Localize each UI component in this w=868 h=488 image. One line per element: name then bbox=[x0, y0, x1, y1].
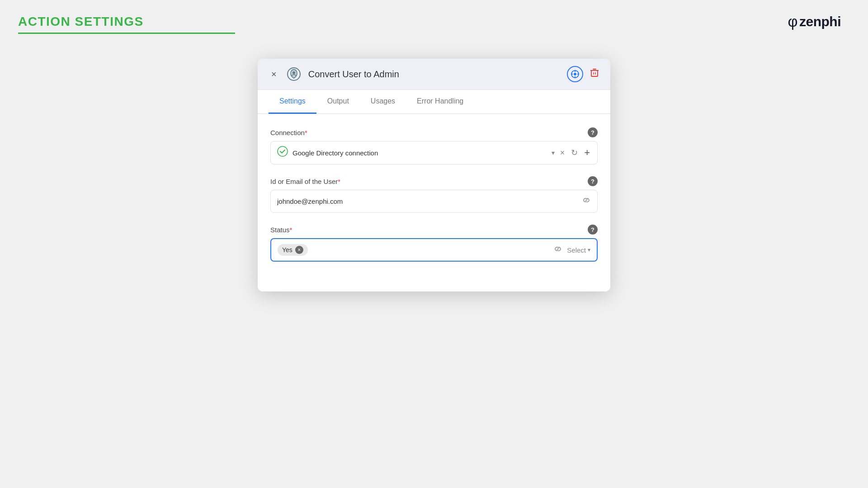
status-link-icon[interactable] bbox=[553, 244, 562, 256]
status-label-row: Status* ? bbox=[270, 225, 598, 235]
connection-refresh-button[interactable]: ↻ bbox=[570, 147, 579, 159]
status-select-chevron-icon: ▾ bbox=[588, 247, 590, 253]
connection-required-marker: * bbox=[305, 129, 307, 136]
modal-title: Convert User to Admin bbox=[308, 69, 561, 80]
connection-label-row: Connection* ? bbox=[270, 127, 598, 137]
page-title-underline bbox=[18, 33, 235, 34]
connection-clear-button[interactable]: × bbox=[559, 147, 566, 159]
connection-input-field: Google Directory connection ▾ × ↻ + bbox=[270, 141, 598, 164]
connection-add-button[interactable]: + bbox=[583, 146, 591, 160]
svg-point-3 bbox=[574, 73, 576, 75]
tab-usages[interactable]: Usages bbox=[360, 90, 406, 114]
svg-point-1 bbox=[292, 71, 295, 74]
tab-settings[interactable]: Settings bbox=[269, 90, 316, 114]
id-email-required-marker: * bbox=[338, 178, 340, 185]
status-tag-value: Yes bbox=[282, 246, 292, 253]
connection-status-icon bbox=[277, 146, 288, 160]
id-email-help-icon[interactable]: ? bbox=[588, 176, 598, 186]
status-label: Status* bbox=[270, 226, 292, 234]
modal-body: Connection* ? Google Directory connectio… bbox=[258, 114, 610, 291]
id-email-label-row: Id or Email of the User* ? bbox=[270, 176, 598, 186]
modal-close-button[interactable]: × bbox=[269, 68, 279, 80]
id-email-field-group: Id or Email of the User* ? bbox=[270, 176, 598, 213]
modal-action-icon bbox=[286, 66, 302, 82]
connection-help-icon[interactable]: ? bbox=[588, 127, 598, 137]
id-email-label: Id or Email of the User* bbox=[270, 178, 340, 185]
logo-phi-icon: φ bbox=[788, 13, 797, 30]
connection-field-group: Connection* ? Google Directory connectio… bbox=[270, 127, 598, 164]
status-input-field: Yes × Select ▾ bbox=[270, 238, 598, 262]
status-required-marker: * bbox=[290, 226, 292, 234]
status-select-label: Select bbox=[567, 246, 586, 254]
status-actions: Select ▾ bbox=[553, 244, 590, 256]
status-yes-tag: Yes × bbox=[278, 244, 308, 256]
id-email-input-field bbox=[270, 190, 598, 213]
svg-rect-8 bbox=[591, 70, 598, 76]
id-email-input[interactable] bbox=[277, 197, 582, 205]
modal-target-button[interactable] bbox=[567, 66, 583, 82]
status-select-button[interactable]: Select ▾ bbox=[567, 246, 590, 254]
page-title: ACTION SETTINGS bbox=[18, 14, 144, 29]
status-field-group: Status* ? Yes × bbox=[270, 225, 598, 262]
tab-output[interactable]: Output bbox=[316, 90, 360, 114]
svg-point-13 bbox=[278, 146, 288, 156]
modal-panel: × Convert User to Admin bbox=[258, 59, 610, 291]
status-tags-container: Yes × bbox=[278, 244, 553, 256]
modal-delete-button[interactable] bbox=[590, 68, 599, 80]
status-help-icon[interactable]: ? bbox=[588, 225, 598, 235]
id-email-link-icon[interactable] bbox=[582, 196, 591, 207]
modal-tabs: Settings Output Usages Error Handling bbox=[258, 90, 610, 114]
modal-header: × Convert User to Admin bbox=[258, 59, 610, 90]
status-tag-remove-button[interactable]: × bbox=[295, 246, 303, 254]
tab-error-handling[interactable]: Error Handling bbox=[406, 90, 474, 114]
connection-name-text: Google Directory connection bbox=[292, 149, 547, 157]
connection-dropdown-icon[interactable]: ▾ bbox=[552, 149, 555, 156]
connection-label: Connection* bbox=[270, 129, 307, 136]
logo: φ zenphi bbox=[788, 13, 841, 30]
logo-text: zenphi bbox=[799, 14, 841, 29]
